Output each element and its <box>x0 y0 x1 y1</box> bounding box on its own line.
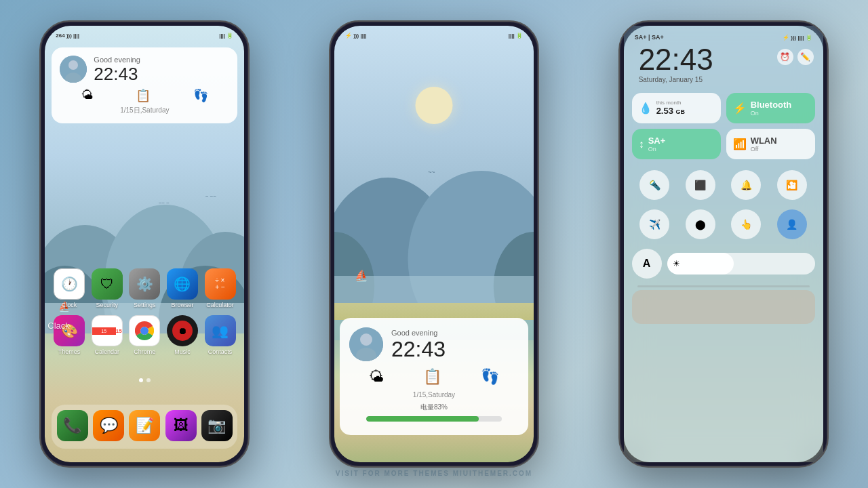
phone2-widget-top: Good evening 22:43 <box>349 327 519 361</box>
phone-2: ~~ ~ ~~ ~ ~~ ~~ ⛵ ⚡ ))) |||| || <box>329 20 539 468</box>
svg-point-15 <box>141 327 148 334</box>
app-settings-icon: ⚙️ <box>129 268 160 300</box>
cc-time-block: 22:43 Saturday, January 15 <box>633 43 719 90</box>
app-settings[interactable]: ⚙️ Settings <box>126 268 163 308</box>
dot-2 <box>146 378 151 382</box>
cc-status-bar: SA+ | SA+ ⚡ ))) |||| 🔋 <box>629 31 818 43</box>
cc-buttons-row-1: 🔦 ⬛ 🔔 🎦 <box>629 167 818 203</box>
cc-data-sublabel: this month <box>656 100 685 106</box>
app-calendar-label: Calendar <box>94 348 119 355</box>
app-clock[interactable]: 🕐 Clock <box>51 268 87 308</box>
cc-btn-user[interactable]: 👤 <box>777 209 807 239</box>
app-themes-icon: 🎨 <box>54 315 85 346</box>
phone1-status-left: 264 ))) |||| <box>56 33 79 39</box>
app-themes-label: Themes <box>58 348 81 355</box>
cc-btn-flashlight[interactable]: 🔦 <box>639 170 669 200</box>
phone2-widget-info: Good evening 22:43 <box>391 329 446 360</box>
phone2-status-left: ⚡ ))) |||| <box>345 33 366 39</box>
app-contacts[interactable]: 👥 Contacts <box>202 315 239 355</box>
phone2-battery-label: 电量83% <box>349 403 519 412</box>
cc-tile-sa[interactable]: ↕ SA+ On <box>632 129 721 159</box>
cc-btn-dark-mode[interactable]: ⬛ <box>686 170 715 200</box>
cc-btn-airplane[interactable]: ✈️ <box>639 209 669 239</box>
app-chrome[interactable]: Chrome <box>126 315 163 355</box>
cc-brightness-fill: ☀ <box>667 253 734 274</box>
dock-notes[interactable]: 📝 <box>127 410 163 443</box>
phone2-battery-fill <box>366 416 479 422</box>
phone2-landscape-svg: ~~ ~ ~~ ~ ~~ ~~ ⛵ <box>334 144 534 306</box>
dock-messages[interactable]: 💬 <box>91 410 127 443</box>
svg-text:~~: ~~ <box>428 169 435 176</box>
phone1-time: 22:43 <box>94 65 140 83</box>
cc-btn-fingerprint[interactable]: 👆 <box>731 209 761 239</box>
cc-status-icons: ⚡ ))) |||| 🔋 <box>783 35 812 41</box>
phone1-dock: 📞 💬 📝 🖼 📷 <box>52 405 237 449</box>
app-music[interactable]: ⏺ Music <box>164 315 201 355</box>
phone2-time: 22:43 <box>391 338 446 360</box>
app-music-label: Music <box>174 348 191 355</box>
dock-phone[interactable]: 📞 <box>54 410 90 443</box>
phone2-steps-icon: 👣 <box>481 368 499 386</box>
cc-sa-label: SA+ <box>648 136 666 146</box>
cc-btn-screencast[interactable]: 🎦 <box>777 170 807 200</box>
app-browser-icon: 🌐 <box>167 268 198 300</box>
cc-edit-icon[interactable]: ✏️ <box>797 49 814 65</box>
cc-tile-bluetooth[interactable]: ⚡ Bluetooth On <box>726 93 815 123</box>
cc-bluetooth-sublabel: On <box>751 110 792 117</box>
watermark: VISIT FOR MORE THEMES MIUITHEMER.COM <box>0 470 868 477</box>
phone1-widget: Good evening 22:43 🌤 📋 👣 1/15日,Saturday <box>52 47 237 123</box>
app-browser[interactable]: 🌐 Browser <box>164 268 201 308</box>
cc-tile-data[interactable]: 💧 this month 2.53 GB <box>632 93 721 123</box>
cc-brightness-track[interactable]: ☀ <box>667 253 815 274</box>
cc-media-player[interactable] <box>632 290 815 324</box>
cc-brightness-row: A ☀ <box>629 246 818 281</box>
cc-status-left: SA+ | SA+ <box>635 34 664 41</box>
cc-divider <box>637 285 810 287</box>
dot-1 <box>139 378 143 382</box>
svg-point-27 <box>360 333 372 346</box>
cc-sa-icon: ↕ <box>639 138 644 150</box>
phone2-status-bar: ⚡ ))) |||| |||| 🔋 <box>334 26 534 45</box>
cc-tile-wlan[interactable]: 📶 WLAN Off <box>726 129 815 159</box>
app-calculator[interactable]: ÷ ×+ − Calculator <box>202 268 239 308</box>
app-browser-label: Browser <box>171 302 193 308</box>
app-calculator-label: Calculator <box>206 302 234 308</box>
app-calendar[interactable]: 15 15 Calendar <box>89 315 125 355</box>
app-security[interactable]: 🛡 Security <box>89 268 125 308</box>
app-calculator-icon: ÷ ×+ − <box>205 268 236 300</box>
cc-sa-sublabel: On <box>648 146 666 152</box>
phone1-app-grid: 🕐 Clock 🛡 Security ⚙️ Settings 🌐 Browser <box>45 268 244 362</box>
cc-time: 22:43 <box>633 43 719 76</box>
phone1-status-right: |||| 🔋 <box>219 33 233 39</box>
cc-time-actions: ⏰ ✏️ <box>777 49 814 65</box>
phone2-tax-icon: 📋 <box>423 368 441 386</box>
dock-photos-app[interactable]: 🖼 <box>163 410 199 443</box>
dock-messages-icon: 💬 <box>93 410 124 441</box>
app-music-icon: ⏺ <box>167 315 198 346</box>
cc-btn-notification[interactable]: 🔔 <box>731 170 761 200</box>
phone-3-screen: SA+ | SA+ ⚡ ))) |||| 🔋 22:43 Saturday, J… <box>624 26 823 462</box>
phone2-avatar <box>349 327 383 361</box>
phone1-app-row-2: 🎨 Themes 15 15 Calendar <box>50 315 239 355</box>
cc-btn-privacy[interactable]: ⬤ <box>686 209 715 239</box>
phone2-status-right: |||| 🔋 <box>509 33 523 39</box>
cc-buttons-row-2: ✈️ ⬤ 👆 👤 <box>629 207 818 242</box>
phone1-greeting: Good evening <box>94 56 140 64</box>
cc-tile-grid: 💧 this month 2.53 GB ⚡ Bluetooth On <box>629 90 818 162</box>
cc-bluetooth-label: Bluetooth <box>751 100 792 110</box>
dock-phone-icon: 📞 <box>57 410 88 441</box>
phone1-tax-icon: 📋 <box>136 88 151 103</box>
dock-camera[interactable]: 📷 <box>199 410 235 443</box>
phone-1-screen: ~~ ~ ~~ ~ ~~ ⛵ 264 ))) |||| |||| 🔋 <box>45 26 244 462</box>
dock-notes-icon: 📝 <box>129 410 160 441</box>
cc-data-label: 2.53 GB <box>656 106 685 116</box>
cc-btn-text[interactable]: A <box>632 249 662 279</box>
cc-wlan-icon: 📶 <box>733 138 747 150</box>
phone1-widget-info: Good evening 22:43 <box>94 56 140 83</box>
cc-alarm-icon[interactable]: ⏰ <box>777 49 793 65</box>
phone1-avatar <box>60 56 87 83</box>
app-settings-label: Settings <box>134 302 156 308</box>
phone1-status-bar: 264 ))) |||| |||| 🔋 <box>45 26 244 45</box>
cc-date: Saturday, January 15 <box>633 76 719 83</box>
phone-2-screen: ~~ ~ ~~ ~ ~~ ~~ ⛵ ⚡ ))) |||| || <box>334 26 534 462</box>
